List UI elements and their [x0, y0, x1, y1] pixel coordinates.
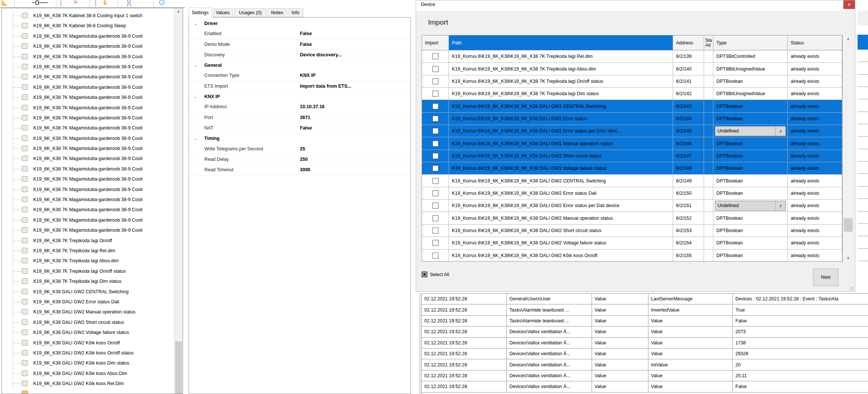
import-checkbox[interactable]	[433, 103, 438, 109]
tree-item[interactable]: K19_6K_K38 7K Kabinet 38-8 Cooling Sleep	[2, 21, 174, 31]
toolbar-icon[interactable]: -o—	[32, 0, 48, 7]
tree-item[interactable]: K19_6K_K38 DALI GW2 Voltage failure stat…	[2, 328, 174, 338]
tree-item[interactable]: K19_6K_K38 DALI GW2 Kõik koos Rel.Dim	[2, 379, 174, 389]
log-row[interactable]: 02.12.2021 19:52:28 General\Users\User V…	[422, 294, 868, 304]
property-group-header[interactable]: ⌄ Timing	[189, 134, 410, 144]
import-checkbox[interactable]	[433, 178, 438, 184]
tree-scrollbar-thumb[interactable]	[175, 341, 182, 394]
tree-item[interactable]: K19_6K_K38 7K Magamistuba-garderoob 38-9…	[2, 72, 174, 82]
import-checkbox[interactable]	[433, 190, 438, 196]
tree-item[interactable]: K19_6K_K38 DALI GW2 CENTRAL Switching	[2, 287, 174, 297]
property-value[interactable]: KNX IP	[300, 71, 316, 81]
tree-item[interactable]: K19_6K_K38 7K Magamistuba-garderoob 38-9…	[2, 164, 174, 174]
import-table-row[interactable]: K19_Korrus 6\K19_6K_K38\K19_6K_K38 7K Tr…	[422, 50, 842, 63]
column-header-address[interactable]: Address	[673, 35, 704, 50]
tree-item[interactable]: K19_6K_K38 7K Magamistuba-garderoob 38-9…	[2, 31, 174, 41]
tree-item[interactable]: K19_6K_K38 7K Magamistuba-garderoob 38-9…	[2, 93, 174, 103]
import-checkbox[interactable]	[433, 128, 438, 134]
import-checkbox[interactable]	[433, 116, 438, 122]
tree-item[interactable]: K19_6K_K38 7K Trepikoda lagi Dim status	[2, 276, 174, 287]
toolbar-icon[interactable]: ❘	[92, 0, 99, 7]
tree-item[interactable]: K19_6K_K38 7K Magamistuba-garderoob 38-9…	[2, 185, 174, 195]
import-table-row[interactable]: K19_Korrus 6\K19_6K_K38\K19_6K_K38 DALI …	[422, 125, 842, 137]
tree-item[interactable]: K19_6K_K38 7K Magamistuba-garderoob 38-9…	[2, 134, 174, 144]
close-icon[interactable]: ×	[843, 0, 855, 9]
tree-item[interactable]: K19_6K_K38 7K Magamistuba-garderoob 38-9…	[2, 154, 174, 164]
import-table-row[interactable]: K19_Korrus 6\K19_6K_K38\K19_6K_K38 DALI …	[422, 113, 842, 125]
property-group-header[interactable]: ⌄ General	[189, 60, 410, 71]
tree-item[interactable]: K19_6K_K38 7K Magamistuba-garderoob 38-9…	[2, 215, 174, 225]
import-checkbox[interactable]	[433, 165, 438, 171]
log-row[interactable]: 02.12.2021 19:52:28 Tasks\Alarmide teavi…	[422, 316, 868, 326]
chevron-down-icon[interactable]: ∨	[775, 126, 785, 136]
tree-item[interactable]: K19_6K_K38 7K Trepikoda lagi On/off	[2, 236, 174, 246]
import-checkbox[interactable]	[433, 153, 438, 159]
log-row[interactable]: 02.12.2021 19:52:28 Devices\Vallox venti…	[422, 370, 868, 381]
tree-item[interactable]: K19_6K_K38 7K Magamistuba-garderoob 38-9…	[2, 103, 174, 113]
tree-item[interactable]: K19_6K_K38 7K Magamistuba-garderoob 38-9…	[2, 174, 174, 184]
toolbar-icon[interactable]: ❘	[58, 0, 64, 7]
property-value[interactable]: 25	[300, 144, 305, 154]
type-dropdown[interactable]: Undefined ∨	[715, 126, 786, 136]
tree-item[interactable]: K19_6K_K38 7K Magamistuba-garderoob 38-9…	[2, 41, 174, 51]
scroll-up-icon[interactable]: ∧	[843, 35, 854, 43]
import-checkbox[interactable]	[433, 203, 438, 209]
select-all-checkbox[interactable]	[422, 272, 427, 277]
column-header-import[interactable]: Import	[422, 35, 449, 50]
import-table-scrollbar[interactable]: ∧ ∨	[843, 35, 854, 262]
tree-item[interactable]: K19_6K_K38 7K Magamistuba-garderoob 38-9…	[2, 52, 174, 62]
import-table-row[interactable]: K19_Korrus 6\K19_6K_K38\K19_6K_K38 DALI …	[422, 250, 842, 262]
tree-item[interactable]: K19_6K_K38 7K Magamistuba-garderoob 38-9…	[2, 82, 174, 93]
toolbar-icon[interactable]: ⇓	[102, 0, 108, 7]
tree-item[interactable]: K19_6K_K38 7K Magamistuba-garderoob 38-9…	[2, 62, 174, 72]
tree-item[interactable]: K19_6K_K38 7K Magamistuba-garderoob 38-9…	[2, 205, 174, 215]
log-row[interactable]: 02.12.2021 19:52:28 Devices\Vallox venti…	[422, 359, 868, 370]
import-checkbox[interactable]	[433, 228, 438, 234]
tree-item[interactable]: K19_6K_K38 7K Magamistuba-garderoob 38-9…	[2, 225, 174, 235]
tree-item[interactable]: K19_6K_K38 DALI GW2 Kõik koos On/off sta…	[2, 348, 174, 358]
scroll-up-icon[interactable]: ∧	[174, 8, 183, 15]
toolbar-icon[interactable]: ⊙	[158, 0, 165, 7]
import-checkbox[interactable]	[433, 240, 438, 246]
tree-item[interactable]	[2, 389, 174, 394]
toolbar-icon[interactable]: ×	[73, 0, 78, 7]
scroll-down-icon[interactable]: ∨	[843, 254, 854, 262]
tree-item[interactable]: K19_6K_K38 DALI GW2 Manual operation sta…	[2, 307, 174, 317]
property-value[interactable]: False	[300, 123, 312, 133]
property-value[interactable]: False	[300, 29, 312, 39]
tab-usages[interactable]: Usages (0)	[234, 8, 267, 17]
tab-settings[interactable]: Settings	[189, 7, 212, 18]
property-value[interactable]: 10.10.37.16	[300, 102, 325, 112]
property-value[interactable]: False	[300, 40, 312, 50]
resize-grip[interactable]	[850, 287, 854, 290]
chevron-down-icon[interactable]: ∨	[775, 201, 785, 210]
tree-item[interactable]: K19_6K_K38 7K Magamistuba-garderoob 38-9…	[2, 195, 174, 205]
tree-item[interactable]: K19_6K_K38 7K Magamistuba-garderoob 38-9…	[2, 113, 174, 123]
import-checkbox[interactable]	[433, 141, 438, 147]
tree-item[interactable]: K19_6K_K38 DALI GW2 Kõik koos Dim status	[2, 358, 174, 368]
tree-item[interactable]: K19_6K_K38 DALI GW2 Error status Dali	[2, 297, 174, 307]
next-button[interactable]: Next	[813, 269, 838, 286]
property-value[interactable]: Import data from ETS...	[300, 81, 351, 91]
import-table-row[interactable]: K19_Korrus 6\K19_6K_K38\K19_6K_K38 7K Tr…	[422, 63, 842, 75]
import-checkbox[interactable]	[433, 78, 438, 84]
import-table-row[interactable]: K19_Korrus 6\K19_6K_K38\K19_6K_K38 7K Tr…	[422, 75, 842, 88]
import-table-row[interactable]: K19_Korrus 6\K19_6K_K38\K19_6K_K38 7K Tr…	[422, 88, 842, 100]
select-all-control[interactable]: Select All	[422, 272, 449, 277]
column-header-status[interactable]: Status	[788, 35, 842, 50]
property-value[interactable]: Device discovery...	[300, 50, 342, 60]
property-value[interactable]: 3671	[300, 113, 310, 123]
toolbar-icon[interactable]: ◣	[1, 0, 8, 7]
property-value[interactable]: 3000	[300, 165, 310, 175]
import-table-row[interactable]: K19_Korrus 6\K19_6K_K38\K19_6K_K38 DALI …	[422, 187, 842, 200]
tab-values[interactable]: Values	[213, 8, 233, 17]
tree-item[interactable]: K19_6K_K38 7K Magamistuba-garderoob 38-9…	[2, 144, 174, 154]
tree-item[interactable]: K19_6K_K38 7K Trepikoda lagi Rel.dim	[2, 246, 174, 256]
tree-item[interactable]: K19_6K_K38 7K Kabinet 38-8 Cooling Input…	[2, 11, 174, 21]
import-checkbox[interactable]	[433, 215, 438, 221]
toolbar-icon[interactable]: )(	[126, 0, 132, 7]
import-table-row[interactable]: K19_Korrus 6\K19_6K_K38\K19_6K_K38 DALI …	[422, 175, 842, 187]
tab-info[interactable]: Info	[288, 8, 303, 17]
import-table-row[interactable]: K19_Korrus 6\K19_6K_K38\K19_6K_K38 DALI …	[422, 162, 842, 175]
log-row[interactable]: 02.12.2021 19:52:28 Tasks\Alarmide teavi…	[422, 304, 868, 315]
